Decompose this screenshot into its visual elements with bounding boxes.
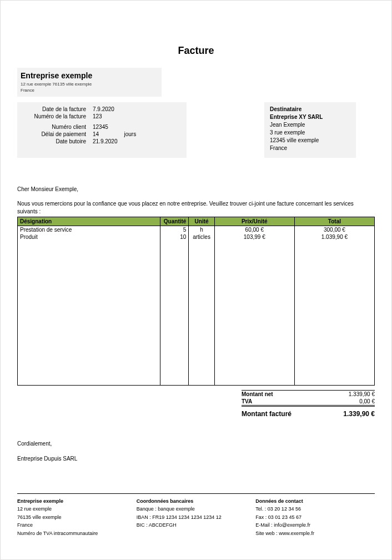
meta-client-value: 12345 [89, 123, 121, 131]
footer-bank-l3: BIC : ABCDEFGH [137, 521, 256, 529]
footer: Entreprise exemple 12 rue exemple 76135 … [17, 493, 375, 537]
cell-total: 300,00 € [294, 226, 374, 234]
footer-contact-heading: Données de contact [255, 497, 375, 505]
col-unit: Unité [189, 217, 214, 226]
footer-contact-l1: Tel. : 03 20 12 34 56 [255, 505, 375, 513]
footer-company-l2: 76135 ville exemple [17, 513, 137, 521]
table-filler [18, 241, 375, 385]
net-value: 1.339,90 € [349, 391, 375, 397]
intro-text: Nous vous remercions pour la confiance q… [17, 200, 375, 216]
meta-number-label: Numéro de la facture [23, 113, 89, 120]
cell-pu: 103,99 € [214, 233, 294, 241]
items-table: Désignation Quantité Unité Prix/Unité To… [17, 217, 375, 386]
footer-contact-l3: E-Mail : info@exemple.fr [255, 521, 375, 529]
sender-name: Entreprise exemple [21, 71, 158, 80]
tva-label: TVA [242, 398, 308, 404]
cell-total: 1.039,90 € [294, 233, 374, 241]
footer-col-company: Entreprise exemple 12 rue exemple 76135 … [17, 497, 137, 537]
net-label: Montant net [242, 391, 308, 397]
footer-bank-l2: IBAN : FR19 1234 1234 1234 1234 12 [137, 513, 256, 521]
meta-payterm-unit: jours [121, 131, 140, 138]
cell-qty: 10 [160, 233, 189, 241]
footer-company-l4: Numéro de TVA intracommunautaire [17, 529, 137, 537]
sender-address: 12 rue exemple 76135 ville exemple Franc… [21, 81, 158, 93]
sender-block: Entreprise exemple 12 rue exemple 76135 … [17, 68, 162, 97]
document-title: Facture [17, 45, 375, 57]
salutation: Cher Monsieur Exemple, [17, 186, 375, 193]
meta-due-label: Date butoire [23, 138, 89, 145]
meta-due-value: 21.9.2020 [89, 138, 121, 145]
table-row: Produit 10 articles 103,99 € 1.039,90 € [18, 233, 375, 241]
col-price-unit: Prix/Unité [214, 217, 294, 226]
meta-payterm-value: 14 [89, 131, 121, 138]
cell-desig: Prestation de service [18, 226, 160, 234]
recipient-heading: Destinataire [270, 106, 350, 113]
closing-text: Cordialement, [17, 441, 375, 447]
meta-payterm-label: Délai de paiement [23, 131, 89, 138]
info-row: Date de la facture 7.9.2020 Numéro de la… [17, 102, 375, 158]
items-body: Prestation de service 5 h 60,00 € 300,00… [18, 226, 375, 386]
signature: Entreprise Dupuis SARL [17, 456, 375, 462]
sender-addr-line2: France [21, 87, 158, 93]
totals-grand-row: Montant facturé 1.339,90 € [242, 406, 375, 418]
tva-value: 0,00 € [359, 398, 375, 404]
recipient-block: Destinataire Entreprise XY SARL Jean Exe… [264, 102, 356, 158]
footer-bank-heading: Coordonnées bancaires [137, 497, 256, 505]
sender-addr-line1: 12 rue exemple 76135 ville exemple [21, 81, 158, 87]
footer-col-contact: Données de contact Tel. : 03 20 12 34 56… [255, 497, 375, 537]
grand-value: 1.339,90 € [343, 410, 375, 418]
totals-net-row: Montant net 1.339,90 € [242, 390, 375, 398]
grand-label: Montant facturé [242, 410, 308, 418]
col-quantity: Quantité [160, 217, 189, 226]
footer-bank-l1: Banque : banque exemple [137, 505, 256, 513]
totals-tva-row: TVA 0,00 € [242, 398, 375, 406]
invoice-meta: Date de la facture 7.9.2020 Numéro de la… [17, 102, 187, 158]
cell-pu: 60,00 € [214, 226, 294, 234]
cell-desig: Produit [18, 233, 160, 241]
footer-contact-l4: Site web : www.exemple.fr [255, 529, 375, 537]
body-text: Cher Monsieur Exemple, Nous vous remerci… [17, 186, 375, 216]
meta-date-label: Date de la facture [23, 106, 89, 113]
footer-company-heading: Entreprise exemple [17, 497, 137, 505]
footer-contact-l2: Fax : 03 01 23 45 67 [255, 513, 375, 521]
closing: Cordialement, Entreprise Dupuis SARL [17, 441, 375, 462]
cell-unit: h [189, 226, 214, 234]
recipient-company: Entreprise XY SARL [270, 113, 350, 121]
footer-company-l1: 12 rue exemple [17, 505, 137, 513]
table-row: Prestation de service 5 h 60,00 € 300,00… [18, 226, 375, 234]
meta-number-value: 123 [89, 113, 121, 120]
recipient-street: 3 rue exemple [270, 129, 350, 137]
cell-unit: articles [189, 233, 214, 241]
meta-client-label: Numéro client [23, 123, 89, 131]
cell-qty: 5 [160, 226, 189, 234]
meta-date-value: 7.9.2020 [89, 106, 121, 113]
recipient-name: Jean Exemple [270, 121, 350, 129]
col-designation: Désignation [18, 217, 160, 226]
invoice-page: Facture Entreprise exemple 12 rue exempl… [0, 0, 392, 560]
footer-col-bank: Coordonnées bancaires Banque : banque ex… [137, 497, 256, 537]
footer-company-l3: France [17, 521, 137, 529]
recipient-city: 12345 ville exemple [270, 137, 350, 144]
col-total: Total [294, 217, 374, 226]
totals-block: Montant net 1.339,90 € TVA 0,00 € Montan… [242, 390, 375, 418]
recipient-country: France [270, 144, 350, 152]
